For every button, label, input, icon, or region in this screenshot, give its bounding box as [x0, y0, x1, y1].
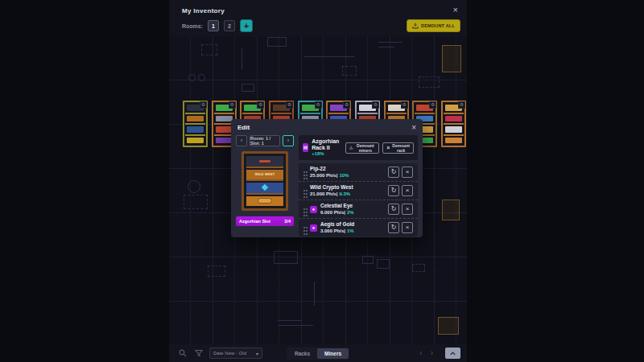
blueprint-shape: [442, 200, 460, 220]
blueprint-shape: [378, 47, 394, 47]
rack-name: Azgorhian Rack II: [312, 138, 342, 151]
miner-share: 1%: [347, 228, 354, 233]
miner-power: 3.000 Ph/s|1%: [320, 228, 386, 234]
demount-miners-label: Demount miners: [356, 143, 376, 153]
blueprint-shape: [442, 45, 461, 72]
next-slot-button[interactable]: ›: [283, 135, 294, 146]
swap-miner-button[interactable]: ↻: [388, 185, 399, 196]
demount-miners-button[interactable]: Demount miners: [345, 142, 379, 154]
drag-handle-icon[interactable]: [303, 227, 305, 228]
rack-icon: ▤: [303, 143, 308, 152]
swap-miner-button[interactable]: ↻: [388, 204, 399, 215]
thumb-shelf: [185, 136, 205, 146]
chevron-up-icon: [449, 350, 456, 357]
prev-page-button[interactable]: ‹: [419, 349, 422, 357]
slot-label: Azgorhian Slot: [239, 219, 270, 224]
blueprint-shape: [242, 48, 242, 69]
miner-share: 2%: [347, 210, 354, 215]
blueprint-shape: [274, 251, 298, 264]
remove-miner-button[interactable]: ×: [402, 167, 413, 178]
blueprint-shape: [314, 282, 315, 306]
miner-name: Celestial Eye: [320, 203, 386, 209]
close-icon[interactable]: ×: [411, 123, 416, 132]
thumb-shelf: [444, 136, 464, 146]
room-button-2[interactable]: 2: [224, 20, 235, 31]
gear-icon[interactable]: ⚙: [401, 101, 408, 109]
drag-handle-icon[interactable]: [303, 208, 305, 210]
miner-row: ★ Pip-22 25.000 Ph/s|10% ↻ ×: [299, 163, 418, 181]
room-button-1[interactable]: 1: [208, 20, 219, 31]
remove-miner-button[interactable]: ×: [402, 185, 413, 196]
thumb-shelf: [185, 125, 205, 136]
gear-icon[interactable]: ⚙: [429, 101, 436, 109]
remove-miner-button[interactable]: ×: [402, 222, 413, 233]
miner-share: 9.3%: [339, 191, 350, 196]
blueprint-shape: [208, 265, 225, 277]
miner-power-value: 3.000 Ph/s|: [320, 228, 345, 233]
miner-share: 10%: [339, 173, 349, 178]
plus-icon: +: [244, 21, 249, 31]
sort-dropdown[interactable]: Date New - Old ▾: [209, 348, 262, 359]
demount-rack-button[interactable]: × Demount rack: [382, 142, 414, 154]
miner-name: Aegis of Gold: [320, 221, 386, 228]
gear-icon[interactable]: ⚙: [286, 101, 293, 109]
preview-shelf: [246, 196, 283, 207]
blueprint-shape: [304, 56, 354, 57]
demount-all-label: DEMOUNT ALL: [421, 23, 455, 28]
miner-info: Celestial Eye 6.000 Ph/s|2%: [320, 203, 386, 216]
blueprint-shape: [378, 42, 402, 43]
collapse-button[interactable]: [445, 348, 460, 359]
rack-thumbnail[interactable]: ⚙: [441, 101, 466, 147]
gear-icon[interactable]: ⚙: [315, 101, 322, 109]
miner-name: Wild Crypto West: [310, 184, 386, 191]
blueprint-shape: [419, 76, 440, 88]
slot-navigator: ‹ Room: 1 / Slot: 1 ›: [236, 135, 294, 146]
remove-icon: ×: [386, 145, 390, 150]
thumb-shelf: [185, 114, 205, 125]
rack-thumbnail[interactable]: ⚙: [183, 101, 208, 147]
rack-bonus: +18%: [312, 151, 342, 157]
room-slot-label: Room: 1 / Slot: 1: [250, 135, 280, 146]
slot-panel: ‹ Room: 1 / Slot: 1 › WILD WEST Azgorhia…: [236, 135, 294, 237]
blueprint-shape: [198, 74, 205, 81]
blueprint-shape: [278, 325, 313, 326]
bonus-badge-icon: ★: [310, 224, 317, 232]
gear-icon[interactable]: ⚙: [458, 101, 465, 109]
bonus-badge-icon: ★: [310, 206, 317, 213]
remove-miner-button[interactable]: ×: [402, 204, 413, 215]
edit-modal-title: Edit: [237, 124, 250, 131]
blueprint-shape: [278, 320, 302, 321]
tab-miners[interactable]: Miners: [317, 348, 349, 359]
filter-icon[interactable]: [193, 348, 204, 359]
bottom-toolbar: Date New - Old ▾ Racks Miners ‹ ›: [169, 344, 467, 362]
miner-power: 6.000 Ph/s|2%: [320, 209, 386, 216]
miner-power: 25.000 Ph/s|10%: [310, 172, 386, 179]
prev-slot-button[interactable]: ‹: [236, 135, 247, 146]
miner-info: Pip-22 25.000 Ph/s|10%: [310, 166, 386, 179]
add-room-button[interactable]: +: [240, 19, 253, 32]
search-icon[interactable]: [177, 348, 188, 359]
tray-download-icon: [412, 23, 419, 29]
slot-rarity-bar: Azgorhian Slot 3/4: [236, 216, 294, 226]
miner-power: 21.000 Ph/s|9.3%: [310, 191, 386, 197]
blueprint-shape: [188, 180, 200, 193]
gear-icon[interactable]: ⚙: [343, 101, 350, 109]
gear-icon[interactable]: ⚙: [372, 101, 379, 109]
drag-handle-icon[interactable]: [303, 190, 305, 191]
gear-icon[interactable]: ⚙: [229, 101, 236, 109]
close-icon[interactable]: ×: [453, 6, 458, 14]
drag-handle-icon[interactable]: [303, 171, 305, 173]
gear-icon[interactable]: ⚙: [200, 101, 207, 109]
rooms-switcher: Rooms: 1 2 +: [182, 19, 253, 32]
gear-icon[interactable]: ⚙: [257, 101, 264, 109]
swap-miner-button[interactable]: ↻: [388, 167, 399, 178]
demount-all-button[interactable]: DEMOUNT ALL: [407, 19, 460, 32]
blueprint-shape: [438, 317, 459, 335]
tray-download-icon: [349, 145, 353, 150]
tab-racks[interactable]: Racks: [287, 348, 317, 359]
rack-preview-image: WILD WEST: [242, 151, 288, 211]
next-page-button[interactable]: ›: [431, 349, 433, 357]
blueprint-shape: [184, 195, 208, 209]
inventory-panel: My Inventory × Rooms: 1 2 + DEMOUNT ALL …: [169, 0, 467, 362]
swap-miner-button[interactable]: ↻: [388, 222, 399, 233]
